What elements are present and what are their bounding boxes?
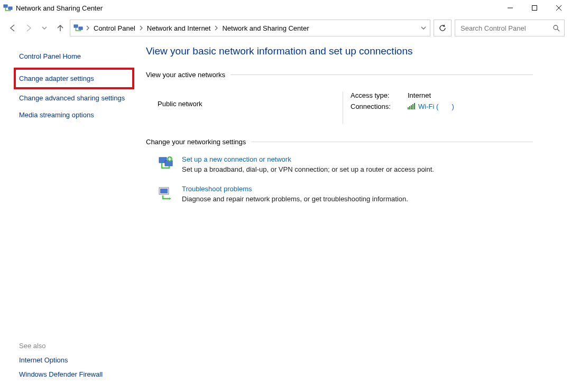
svg-rect-6 (408, 107, 409, 109)
action-setup-connection: Set up a new connection or network Set u… (146, 155, 533, 173)
svg-rect-8 (411, 105, 412, 109)
svg-rect-15 (160, 189, 168, 193)
setup-connection-icon (158, 156, 174, 171)
divider (231, 74, 533, 75)
network-type: Public network (146, 88, 343, 108)
sidebar-link-media-streaming[interactable]: Media streaming options (19, 110, 131, 120)
address-dropdown-button[interactable] (420, 25, 427, 31)
recent-locations-button[interactable] (38, 22, 51, 34)
section-change-settings: Change your networking settings (146, 138, 533, 146)
window-title: Network and Sharing Center (16, 4, 103, 12)
access-type-label: Access type: (351, 91, 408, 99)
maximize-button[interactable] (522, 0, 547, 16)
see-also-header: See also (19, 342, 130, 350)
access-type-value: Internet (408, 91, 431, 99)
divider (251, 142, 533, 142)
svg-rect-2 (532, 6, 537, 11)
wifi-signal-icon (408, 103, 416, 109)
sidebar-link-change-adapter-settings[interactable]: Change adapter settings (14, 68, 134, 90)
action-title[interactable]: Troubleshoot problems (182, 185, 408, 193)
address-icon (73, 23, 83, 33)
see-also-internet-options[interactable]: Internet Options (19, 356, 130, 364)
titlebar: Network and Sharing Center (0, 0, 571, 16)
refresh-button[interactable] (434, 20, 452, 36)
connections-label: Connections: (351, 102, 408, 110)
action-subtitle: Set up a broadband, dial-up, or VPN conn… (182, 165, 434, 173)
forward-button[interactable] (22, 22, 35, 34)
sidebar-link-change-advanced-sharing[interactable]: Change advanced sharing settings (19, 94, 131, 103)
see-also-windows-defender-firewall[interactable]: Windows Defender Firewall (19, 370, 130, 378)
svg-rect-1 (8, 7, 12, 10)
svg-rect-10 (414, 103, 415, 109)
sidebar-see-also: See also Internet Options Windows Defend… (19, 342, 130, 385)
section-active-networks: View your active networks (146, 71, 533, 79)
svg-rect-0 (4, 5, 7, 7)
page-title: View your basic network information and … (146, 45, 533, 57)
svg-point-5 (554, 25, 558, 30)
sidebar: Control Panel Home Change adapter settin… (6, 41, 136, 214)
main-pane: View your basic network information and … (136, 41, 565, 214)
connection-name-suffix: ) (452, 102, 454, 110)
breadcrumb-item[interactable]: Network and Sharing Center (221, 24, 310, 32)
content-area: Control Panel Home Change adapter settin… (0, 41, 571, 214)
section-label: Change your networking settings (146, 138, 246, 146)
action-title[interactable]: Set up a new connection or network (182, 155, 434, 163)
troubleshoot-icon (158, 186, 174, 201)
back-button[interactable] (6, 22, 19, 34)
search-box[interactable] (455, 20, 565, 36)
close-button[interactable] (547, 0, 571, 16)
up-button[interactable] (54, 22, 67, 34)
minimize-button[interactable] (498, 0, 522, 16)
app-icon (3, 3, 13, 13)
search-icon[interactable] (552, 24, 560, 32)
toolbar: Control Panel Network and Internet Netwo… (0, 16, 571, 41)
chevron-right-icon[interactable] (85, 25, 90, 31)
chevron-right-icon[interactable] (139, 25, 144, 31)
svg-rect-3 (74, 25, 78, 27)
address-bar[interactable]: Control Panel Network and Internet Netwo… (70, 20, 430, 36)
sidebar-link-control-panel-home[interactable]: Control Panel Home (19, 52, 131, 61)
action-subtitle: Diagnose and repair network problems, or… (182, 195, 408, 203)
svg-rect-9 (412, 104, 413, 109)
section-label: View your active networks (146, 71, 225, 79)
connection-name: Wi-Fi ( (418, 102, 438, 110)
svg-rect-4 (79, 27, 82, 30)
connection-link[interactable]: Wi-Fi ( ) (408, 102, 454, 110)
active-network-block: Public network Access type: Internet Con… (146, 88, 533, 124)
chevron-right-icon[interactable] (214, 25, 219, 31)
action-troubleshoot: Troubleshoot problems Diagnose and repai… (146, 185, 533, 203)
breadcrumb-item[interactable]: Network and Internet (146, 24, 212, 32)
breadcrumb-item[interactable]: Control Panel (93, 24, 136, 32)
search-input[interactable] (459, 24, 552, 33)
svg-rect-7 (409, 106, 410, 109)
